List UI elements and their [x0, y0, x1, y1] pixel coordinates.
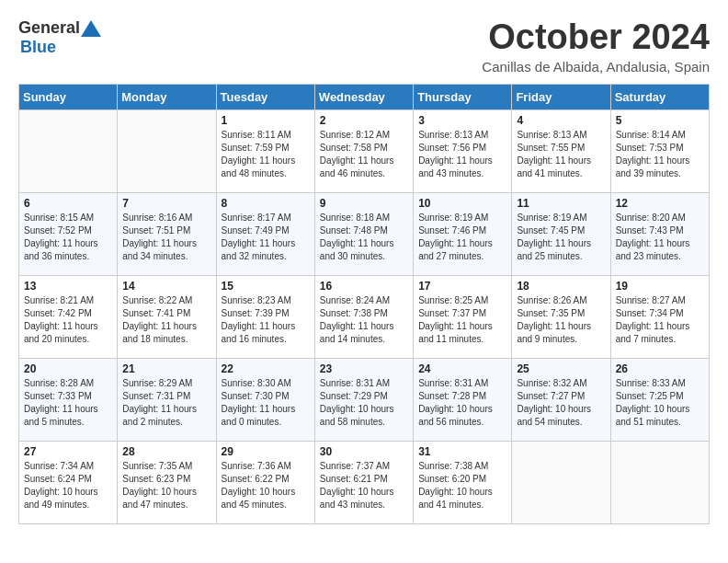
- calendar-cell: 13Sunrise: 8:21 AM Sunset: 7:42 PM Dayli…: [19, 275, 118, 358]
- calendar-week-row: 27Sunrise: 7:34 AM Sunset: 6:24 PM Dayli…: [19, 441, 710, 523]
- calendar-cell: [512, 441, 610, 523]
- calendar-cell: 7Sunrise: 8:16 AM Sunset: 7:51 PM Daylig…: [118, 192, 216, 275]
- day-info: Sunrise: 8:15 AM Sunset: 7:52 PM Dayligh…: [24, 212, 112, 263]
- day-info: Sunrise: 8:30 AM Sunset: 7:30 PM Dayligh…: [222, 377, 310, 429]
- calendar-cell: 21Sunrise: 8:29 AM Sunset: 7:31 PM Dayli…: [118, 358, 216, 441]
- calendar-header-wednesday: Wednesday: [314, 84, 413, 109]
- page-header: General Blue October 2024 Canillas de Al…: [18, 18, 710, 75]
- day-info: Sunrise: 7:38 AM Sunset: 6:20 PM Dayligh…: [418, 460, 506, 511]
- day-info: Sunrise: 8:17 AM Sunset: 7:49 PM Dayligh…: [222, 212, 310, 263]
- day-number: 3: [418, 114, 506, 127]
- calendar-cell: 25Sunrise: 8:32 AM Sunset: 7:27 PM Dayli…: [512, 358, 610, 441]
- calendar-cell: 18Sunrise: 8:26 AM Sunset: 7:35 PM Dayli…: [512, 275, 610, 358]
- calendar-cell: 10Sunrise: 8:19 AM Sunset: 7:46 PM Dayli…: [414, 192, 512, 275]
- calendar-cell: [118, 109, 216, 192]
- day-info: Sunrise: 8:28 AM Sunset: 7:33 PM Dayligh…: [24, 377, 112, 429]
- day-info: Sunrise: 8:27 AM Sunset: 7:34 PM Dayligh…: [616, 294, 704, 346]
- calendar-cell: [610, 441, 709, 523]
- day-info: Sunrise: 8:26 AM Sunset: 7:35 PM Dayligh…: [517, 294, 605, 346]
- calendar-cell: 12Sunrise: 8:20 AM Sunset: 7:43 PM Dayli…: [610, 192, 709, 275]
- calendar-cell: 14Sunrise: 8:22 AM Sunset: 7:41 PM Dayli…: [118, 275, 216, 358]
- day-number: 14: [122, 280, 210, 293]
- title-block: October 2024 Canillas de Albaida, Andalu…: [482, 18, 710, 75]
- day-number: 24: [418, 362, 506, 375]
- day-number: 28: [122, 445, 210, 458]
- calendar-cell: 29Sunrise: 7:36 AM Sunset: 6:22 PM Dayli…: [216, 441, 314, 523]
- calendar-cell: 19Sunrise: 8:27 AM Sunset: 7:34 PM Dayli…: [610, 275, 709, 358]
- calendar-header-sunday: Sunday: [19, 84, 118, 109]
- day-number: 19: [616, 280, 704, 293]
- calendar-cell: 30Sunrise: 7:37 AM Sunset: 6:21 PM Dayli…: [314, 441, 413, 523]
- day-number: 17: [418, 280, 506, 293]
- calendar-cell: 26Sunrise: 8:33 AM Sunset: 7:25 PM Dayli…: [610, 358, 709, 441]
- calendar-table: SundayMondayTuesdayWednesdayThursdayFrid…: [18, 84, 710, 524]
- day-number: 26: [616, 362, 704, 375]
- calendar-cell: 24Sunrise: 8:31 AM Sunset: 7:28 PM Dayli…: [414, 358, 512, 441]
- calendar-header-friday: Friday: [512, 84, 610, 109]
- day-number: 29: [222, 445, 310, 458]
- day-info: Sunrise: 7:37 AM Sunset: 6:21 PM Dayligh…: [320, 460, 408, 511]
- day-number: 2: [320, 114, 408, 127]
- day-number: 18: [517, 280, 605, 293]
- calendar-cell: 9Sunrise: 8:18 AM Sunset: 7:48 PM Daylig…: [314, 192, 413, 275]
- calendar-cell: 16Sunrise: 8:24 AM Sunset: 7:38 PM Dayli…: [314, 275, 413, 358]
- calendar-cell: 6Sunrise: 8:15 AM Sunset: 7:52 PM Daylig…: [19, 192, 118, 275]
- day-number: 8: [222, 197, 310, 210]
- logo-blue-text: Blue: [20, 38, 56, 56]
- day-info: Sunrise: 8:29 AM Sunset: 7:31 PM Dayligh…: [122, 377, 210, 429]
- logo-icon: [81, 20, 101, 37]
- calendar-cell: 20Sunrise: 8:28 AM Sunset: 7:33 PM Dayli…: [19, 358, 118, 441]
- day-info: Sunrise: 8:14 AM Sunset: 7:53 PM Dayligh…: [616, 129, 704, 180]
- day-info: Sunrise: 7:34 AM Sunset: 6:24 PM Dayligh…: [24, 460, 112, 511]
- svg-marker-0: [81, 20, 101, 37]
- day-info: Sunrise: 8:20 AM Sunset: 7:43 PM Dayligh…: [616, 212, 704, 263]
- day-number: 13: [24, 280, 112, 293]
- calendar-cell: 27Sunrise: 7:34 AM Sunset: 6:24 PM Dayli…: [19, 441, 118, 523]
- day-number: 21: [122, 362, 210, 375]
- day-info: Sunrise: 8:31 AM Sunset: 7:28 PM Dayligh…: [418, 377, 506, 429]
- calendar-week-row: 1Sunrise: 8:11 AM Sunset: 7:59 PM Daylig…: [19, 109, 710, 192]
- calendar-cell: 2Sunrise: 8:12 AM Sunset: 7:58 PM Daylig…: [314, 109, 413, 192]
- calendar-cell: 22Sunrise: 8:30 AM Sunset: 7:30 PM Dayli…: [216, 358, 314, 441]
- day-number: 5: [616, 114, 704, 127]
- calendar-cell: 4Sunrise: 8:13 AM Sunset: 7:55 PM Daylig…: [512, 109, 610, 192]
- day-number: 27: [24, 445, 112, 458]
- day-number: 15: [222, 280, 310, 293]
- day-number: 16: [320, 280, 408, 293]
- logo-general-text: General: [18, 18, 80, 38]
- day-info: Sunrise: 8:11 AM Sunset: 7:59 PM Dayligh…: [222, 129, 310, 180]
- calendar-cell: 23Sunrise: 8:31 AM Sunset: 7:29 PM Dayli…: [314, 358, 413, 441]
- calendar-cell: 1Sunrise: 8:11 AM Sunset: 7:59 PM Daylig…: [216, 109, 314, 192]
- calendar-header-tuesday: Tuesday: [216, 84, 314, 109]
- day-info: Sunrise: 8:32 AM Sunset: 7:27 PM Dayligh…: [517, 377, 605, 429]
- day-number: 23: [320, 362, 408, 375]
- day-info: Sunrise: 8:22 AM Sunset: 7:41 PM Dayligh…: [122, 294, 210, 346]
- day-info: Sunrise: 8:33 AM Sunset: 7:25 PM Dayligh…: [616, 377, 704, 429]
- day-info: Sunrise: 8:12 AM Sunset: 7:58 PM Dayligh…: [320, 129, 408, 180]
- day-number: 1: [222, 114, 310, 127]
- day-info: Sunrise: 8:19 AM Sunset: 7:45 PM Dayligh…: [517, 212, 605, 263]
- calendar-cell: 31Sunrise: 7:38 AM Sunset: 6:20 PM Dayli…: [414, 441, 512, 523]
- day-number: 30: [320, 445, 408, 458]
- month-title: October 2024: [482, 18, 710, 57]
- day-info: Sunrise: 8:24 AM Sunset: 7:38 PM Dayligh…: [320, 294, 408, 346]
- calendar-cell: 11Sunrise: 8:19 AM Sunset: 7:45 PM Dayli…: [512, 192, 610, 275]
- day-info: Sunrise: 8:31 AM Sunset: 7:29 PM Dayligh…: [320, 377, 408, 429]
- day-number: 12: [616, 197, 704, 210]
- day-number: 7: [122, 197, 210, 210]
- calendar-week-row: 13Sunrise: 8:21 AM Sunset: 7:42 PM Dayli…: [19, 275, 710, 358]
- logo: General Blue: [18, 18, 103, 57]
- calendar-week-row: 20Sunrise: 8:28 AM Sunset: 7:33 PM Dayli…: [19, 358, 710, 441]
- calendar-week-row: 6Sunrise: 8:15 AM Sunset: 7:52 PM Daylig…: [19, 192, 710, 275]
- day-number: 22: [222, 362, 310, 375]
- day-info: Sunrise: 8:13 AM Sunset: 7:56 PM Dayligh…: [418, 129, 506, 180]
- calendar-cell: 5Sunrise: 8:14 AM Sunset: 7:53 PM Daylig…: [610, 109, 709, 192]
- day-number: 25: [517, 362, 605, 375]
- day-info: Sunrise: 8:16 AM Sunset: 7:51 PM Dayligh…: [122, 212, 210, 263]
- day-number: 6: [24, 197, 112, 210]
- calendar-header-row: SundayMondayTuesdayWednesdayThursdayFrid…: [19, 84, 710, 109]
- day-info: Sunrise: 8:21 AM Sunset: 7:42 PM Dayligh…: [24, 294, 112, 346]
- calendar-header-saturday: Saturday: [610, 84, 709, 109]
- calendar-cell: 8Sunrise: 8:17 AM Sunset: 7:49 PM Daylig…: [216, 192, 314, 275]
- day-number: 11: [517, 197, 605, 210]
